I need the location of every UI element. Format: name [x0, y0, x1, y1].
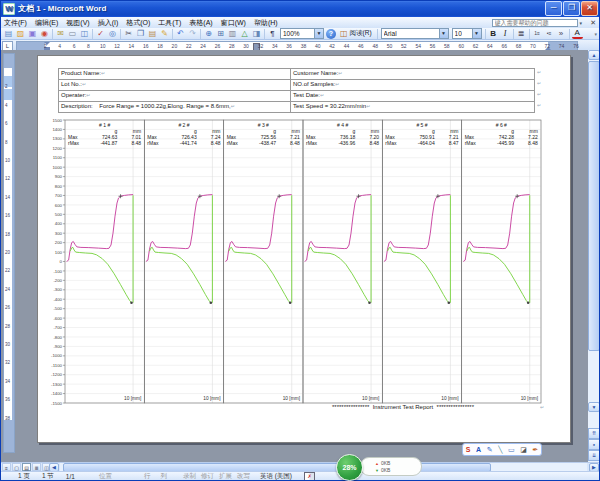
table-cell-right[interactable]: Test Date:↵ [290, 91, 535, 101]
document-page[interactable]: Product Name:↵Customer Name:↵Lot No.:↵NO… [37, 55, 571, 443]
svg-text:rMax: rMax [385, 140, 397, 146]
font-color-icon[interactable]: A [572, 28, 583, 39]
menu-item-file[interactable]: 文件(F) [0, 17, 31, 28]
minimize-button[interactable]: ─ [545, 1, 562, 16]
permission-icon[interactable]: ◉ [39, 28, 50, 39]
drawing-icon[interactable]: △ [239, 28, 250, 39]
font-name-combobox[interactable]: Arial ▼ [381, 28, 449, 39]
help-icon[interactable]: ? [326, 29, 336, 39]
table-cell-left[interactable]: Operater:↵ [58, 91, 290, 101]
undo-icon[interactable]: ↶ [175, 28, 186, 39]
vertical-scroll-thumb[interactable] [588, 61, 600, 351]
menu-item-tools[interactable]: 工具(T) [154, 17, 185, 28]
hyperlink-icon[interactable]: ⊕ [203, 28, 214, 39]
print-preview-icon[interactable]: ◫ [79, 28, 90, 39]
open-folder-icon[interactable]: ▨ [15, 28, 26, 39]
stamp-s-icon[interactable]: S [466, 445, 471, 454]
report-footer-text[interactable]: **************** Instrument Test Report … [283, 404, 523, 410]
table-cell-right[interactable]: Customer Name:↵ [290, 69, 535, 79]
rec-toggle[interactable]: 录制 [183, 472, 196, 481]
cut-icon[interactable]: ✂ [123, 28, 134, 39]
view-button-normal-view[interactable]: ≡ [2, 463, 11, 471]
language-indicator[interactable]: 英语 (美国) [260, 472, 292, 481]
italic-icon[interactable]: I [500, 28, 511, 39]
menu-item-window[interactable]: 窗口(W) [217, 17, 250, 28]
test-curves-chart[interactable]: 1500140013001200110010009008007006005004… [38, 112, 544, 412]
menu-item-view[interactable]: 视图(V) [62, 17, 93, 28]
align-icon[interactable]: ≣ [516, 28, 527, 39]
select-browse-object-icon[interactable]: ● [588, 439, 600, 450]
redo-icon[interactable]: ↷ [187, 28, 198, 39]
menu-item-table[interactable]: 表格(A) [185, 17, 216, 28]
spelling-icon[interactable]: ✓ [95, 28, 106, 39]
table-row: Product Name:↵Customer Name:↵ [58, 69, 535, 80]
show-marks-icon[interactable]: ¶ [267, 28, 278, 39]
insert-columns-icon[interactable]: ▥ [227, 28, 238, 39]
ruler-number: 14 [129, 43, 135, 49]
svg-text:-1100: -1100 [51, 363, 62, 368]
close-button[interactable]: ✕ [581, 1, 598, 16]
paste-icon[interactable]: ▤ [147, 28, 158, 39]
next-page-icon[interactable]: ⇊ [588, 450, 600, 461]
view-button-outline-view[interactable]: ≣ [32, 463, 41, 471]
font-size-combobox[interactable]: 10 ▼ [452, 28, 482, 39]
rectangle-icon[interactable]: ▭ [508, 445, 515, 454]
previous-page-icon[interactable]: ⇈ [588, 428, 600, 439]
document-close-icon[interactable]: ✕ [584, 19, 600, 27]
trk-toggle[interactable]: 修订 [201, 472, 214, 481]
usage-percent-badge[interactable]: 28% [336, 454, 363, 481]
help-question-input[interactable] [492, 19, 578, 27]
network-monitor-overlay[interactable]: ▲ 0KB ▼ 0KB 28% [336, 454, 432, 481]
table-cell-right[interactable]: NO.of Samples:↵ [290, 80, 535, 90]
indent-icon[interactable]: » [556, 28, 567, 39]
print-icon[interactable]: ▭ [67, 28, 78, 39]
table-cell-left[interactable]: Lot No.:↵ [58, 80, 290, 90]
chevron-down-icon[interactable]: ▼ [472, 29, 481, 38]
view-button-print-layout-view[interactable]: ▤ [22, 463, 31, 471]
menu-item-insert[interactable]: 插入(I) [94, 17, 123, 28]
chevron-down-icon[interactable]: ▼ [314, 29, 323, 38]
row-end-mark: ↵ [537, 91, 541, 97]
scroll-up-icon[interactable]: ▲ [588, 50, 600, 60]
table-cell-left[interactable]: Product Name:↵ [58, 69, 290, 79]
research-icon[interactable]: ◎ [107, 28, 118, 39]
menu-item-format[interactable]: 格式(O) [122, 17, 154, 28]
toolbar-options-icon[interactable]: ▾ [594, 31, 600, 37]
svg-text:-441.74: -441.74 [180, 140, 197, 146]
menu-item-help[interactable]: 帮助(H) [250, 17, 282, 28]
mail-icon[interactable]: ✉ [55, 28, 66, 39]
svg-text:900: 900 [55, 174, 63, 179]
insert-table-icon[interactable]: ⊞ [215, 28, 226, 39]
svg-text:10 [mm]: 10 [mm] [521, 396, 538, 401]
table-cell-left[interactable]: Description: Force Range = 1000.22g,Elon… [58, 102, 290, 112]
save-icon[interactable]: ▣ [27, 28, 38, 39]
ext-toggle[interactable]: 扩展 [219, 472, 232, 481]
numbered-list-icon[interactable]: 1≡ [532, 28, 543, 39]
line-icon[interactable]: ╲ [498, 445, 502, 454]
format-painter-icon[interactable]: ✎ [159, 28, 170, 39]
pen-icon[interactable]: ✎ [487, 445, 493, 454]
new-document-icon[interactable]: ▤ [3, 28, 14, 39]
bold-icon[interactable]: B [488, 28, 499, 39]
download-arrow-icon: ▼ [375, 467, 379, 474]
toolbar-separator [120, 29, 121, 39]
menu-item-edit[interactable]: 编辑(E) [31, 17, 62, 28]
view-button-web-layout-view[interactable]: ▢ [12, 463, 21, 471]
scroll-down-icon[interactable]: ▼ [588, 402, 600, 412]
copy-icon[interactable]: ❐ [135, 28, 146, 39]
vertical-scrollbar[interactable]: ▲ ▼ ⇈ ● ⇊ [588, 50, 600, 462]
book-icon: ◫ [340, 29, 348, 39]
svg-text:# 4 #: # 4 # [337, 122, 348, 128]
spelling-status-icon[interactable]: ✗ [304, 472, 315, 481]
eraser-icon[interactable]: ◪ [520, 445, 527, 454]
letter-a-icon[interactable]: A [476, 445, 481, 454]
table-cell-right[interactable]: Test Speed = 30.22mm/min↵ [290, 102, 535, 112]
document-map-icon[interactable]: ◨ [251, 28, 262, 39]
ink-pen-icon[interactable]: ✒ [532, 445, 538, 454]
reading-mode-button[interactable]: ◫ 阅读(R) [337, 28, 375, 39]
restore-button[interactable]: ❐ [563, 1, 580, 16]
bullet-list-icon[interactable]: •≡ [544, 28, 555, 39]
ovr-toggle[interactable]: 改写 [237, 472, 250, 481]
chevron-down-icon[interactable]: ▼ [439, 29, 448, 38]
zoom-combobox[interactable]: 100% ▼ [280, 28, 324, 39]
